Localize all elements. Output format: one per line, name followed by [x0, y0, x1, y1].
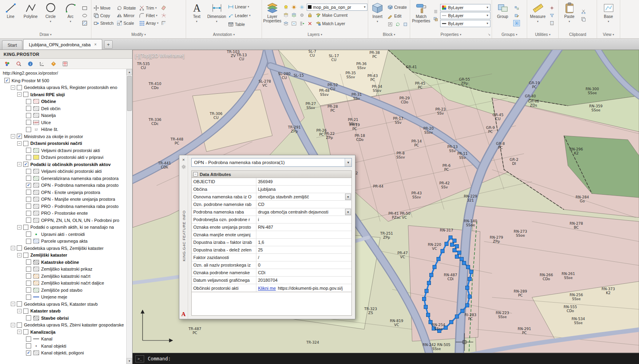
grip-handle[interactable] [449, 236, 452, 239]
grip-handle[interactable] [427, 281, 431, 285]
panel-label-annotation[interactable]: Annotation▾ [186, 31, 262, 38]
tree-checkbox[interactable] [23, 309, 28, 314]
tree-item[interactable]: Katastrske občine [2, 259, 126, 266]
attribute-value[interactable]: 25 [256, 246, 351, 253]
tree-checkbox[interactable] [26, 197, 31, 202]
tree-checkbox[interactable] [26, 155, 31, 160]
tree-item[interactable]: −Geodetska uprava RS, Zemljiški kataster [2, 245, 126, 252]
attribute-value[interactable]: druga območja centralnih dejavnosti▼ [256, 208, 351, 216]
grip-handle[interactable] [425, 289, 429, 293]
panel-label-properties[interactable]: Properties▾↘ [410, 31, 492, 38]
linetype-dropdown[interactable]: ByLayer ▼ [440, 12, 490, 19]
tree-item[interactable]: Kanal [2, 336, 126, 343]
grip-handle[interactable] [466, 286, 469, 290]
group-button[interactable]: Group [493, 1, 512, 30]
scroll-down-icon[interactable]: ▼ [127, 358, 132, 364]
ellipse-tool-button[interactable] [81, 12, 88, 19]
tree-checkbox[interactable] [26, 267, 31, 272]
legend-icon[interactable] [4, 60, 11, 67]
grip-handle[interactable] [466, 304, 469, 307]
layer-isolate-icon[interactable] [283, 12, 290, 18]
grip-handle[interactable] [424, 305, 428, 309]
tree-item[interactable]: Naselja [2, 112, 126, 119]
tree-expander-icon[interactable]: − [11, 85, 15, 90]
attribute-value[interactable]: Ljubljana [256, 186, 351, 193]
panel-label-view[interactable]: View▾ [597, 31, 620, 38]
layer-lock-icon[interactable] [307, 12, 314, 18]
attribute-value[interactable]: CD [256, 201, 351, 208]
layer-on-off-icon[interactable] [283, 4, 290, 10]
text-button[interactable]: A Text ▾ [187, 1, 206, 30]
tree-expander-icon[interactable]: − [17, 162, 22, 166]
tree-checkbox[interactable] [26, 204, 31, 209]
explode-button[interactable] [161, 12, 167, 19]
layer-thaw-icon[interactable] [291, 4, 298, 10]
tree-checkbox[interactable] [17, 301, 22, 307]
layer-dropdown-arrow[interactable]: ▼ [363, 6, 366, 8]
tree-item[interactable]: −Zemljiški kataster [2, 252, 126, 259]
attribute-value[interactable]: 20180704 [256, 277, 351, 284]
grip-handle[interactable] [433, 265, 437, 269]
tree-item[interactable]: OPN - Manjše enote urejanja prostora [2, 196, 126, 203]
panel-label-clipboard[interactable]: Clipboard [559, 31, 597, 38]
command-prompt[interactable]: Command: [148, 356, 171, 362]
tree-checkbox[interactable] [26, 99, 31, 104]
attribute-value[interactable]: CDi [256, 269, 351, 276]
new-tab-button[interactable]: + [104, 40, 113, 49]
feature-selector-dropdown[interactable]: OPN - Podrobna namenska raba prostora(1)… [191, 158, 352, 167]
grip-handle[interactable] [470, 270, 473, 274]
tree-checkbox[interactable]: ✓ [23, 162, 28, 167]
tree-checkbox[interactable] [17, 85, 22, 90]
tree-checkbox[interactable] [26, 120, 31, 125]
tree-item[interactable]: −Državni prostorski načrti [2, 140, 126, 147]
info-icon[interactable]: i [27, 60, 34, 67]
tree-item[interactable]: −Kataster stavb [2, 308, 126, 315]
polyline-button[interactable]: Polyline [21, 1, 40, 30]
tree-checkbox[interactable] [26, 211, 31, 216]
tree-item[interactable]: −Geodetska uprava RS, Zbirni kataster go… [2, 322, 126, 329]
tree-checkbox[interactable] [26, 295, 31, 300]
tree-item[interactable]: Občine [2, 98, 126, 105]
attribute-value[interactable]: 1,6 [256, 239, 351, 246]
layer-walk-icon[interactable] [283, 20, 290, 27]
layer-unisolate-icon[interactable] [291, 12, 298, 18]
layer-vpfreeze-icon[interactable] [291, 20, 298, 27]
tree-item[interactable]: 12Hišne št. [2, 126, 126, 133]
mirror-button[interactable]: Mirror [116, 12, 137, 19]
scrollbar-thumb[interactable] [127, 76, 132, 111]
panel-label-layers[interactable]: Layers▾ [262, 31, 368, 38]
block-sync-icon[interactable] [394, 21, 401, 28]
linear-button[interactable]: Linear▾ [227, 3, 250, 10]
tree-checkbox[interactable] [23, 253, 28, 258]
tree-item[interactable]: Zemljišče pod stavbo [2, 287, 126, 294]
tree-checkbox[interactable] [26, 239, 31, 244]
coordinates-icon[interactable] [38, 60, 46, 67]
tree-checkbox[interactable] [26, 336, 31, 342]
layer-freeze-icon[interactable] [299, 4, 306, 10]
quick-select-icon[interactable] [548, 12, 555, 19]
tree-expander-icon[interactable]: − [17, 253, 22, 257]
grip-handle[interactable] [432, 327, 436, 330]
grip-handle[interactable] [430, 273, 433, 277]
tree-item[interactable]: −Kanalizacija [2, 328, 126, 336]
grip-handle[interactable] [468, 295, 472, 299]
tree-item[interactable]: ✓King Prostor M 500 [2, 77, 126, 84]
data-attributes-header[interactable]: − Data Attributes [191, 170, 352, 178]
tree-expander-icon[interactable]: − [17, 309, 22, 313]
copy-button[interactable]: Copy [93, 12, 114, 19]
grip-handle[interactable] [445, 242, 448, 246]
tree-item[interactable]: ●Upravni akti - centroidi [2, 231, 126, 238]
tree-item[interactable]: −✓Ministrstvo za okolje in prostor [2, 133, 126, 140]
tree-expander-icon[interactable]: − [17, 92, 22, 97]
tree-checkbox[interactable] [26, 169, 31, 174]
hatch-tool-button[interactable] [81, 20, 88, 26]
dialog-settings-icon[interactable] [181, 164, 187, 170]
tree-checkbox[interactable] [23, 329, 28, 334]
zoom-icon[interactable] [15, 60, 22, 67]
tree-checkbox[interactable] [23, 92, 28, 97]
tree-item[interactable]: ✓OPN - Podrobna namenska raba prosto [2, 182, 126, 189]
tree-item[interactable]: Državni prostorski akti v pripravi [2, 154, 126, 161]
leader-button[interactable]: Leader▾ [227, 12, 251, 19]
rotate-button[interactable]: Rotate [116, 4, 137, 12]
tree-expander-icon[interactable]: − [17, 330, 22, 334]
